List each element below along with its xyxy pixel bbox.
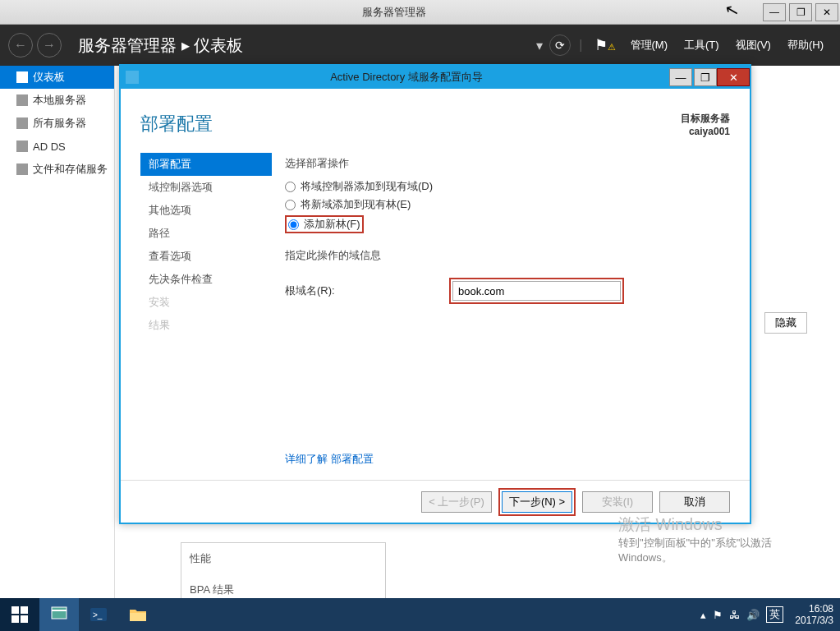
watermark-title: 激活 Windows	[618, 514, 815, 536]
wizard-maximize-button[interactable]: ❐	[694, 68, 717, 86]
prev-button: < 上一步(P)	[421, 491, 492, 513]
activation-watermark: 激活 Windows 转到"控制面板"中的"系统"以激活 Windows。	[618, 514, 815, 565]
svg-rect-1	[21, 606, 28, 614]
close-button[interactable]: ✕	[815, 3, 838, 21]
sidebar-item-label: 本地服务器	[33, 93, 86, 108]
menu-view[interactable]: 视图(V)	[736, 38, 771, 53]
radio-label: 添加新林(F)	[304, 217, 360, 232]
tray-up-icon[interactable]: ▴	[700, 609, 706, 621]
taskbar-server-manager[interactable]	[39, 598, 79, 631]
wizard-minimize-button[interactable]: —	[669, 68, 692, 86]
flag-icon[interactable]: ⚑⚠	[594, 36, 616, 54]
wizard-icon	[126, 71, 139, 84]
wizard-heading: 部署配置	[140, 112, 213, 136]
separator: |	[579, 38, 582, 53]
cancel-button[interactable]: 取消	[659, 491, 730, 513]
step-prereq[interactable]: 先决条件检查	[140, 268, 272, 291]
server-icon	[16, 94, 28, 106]
bg-line: 性能	[190, 551, 377, 566]
step-results: 结果	[140, 314, 272, 337]
svg-rect-3	[21, 615, 28, 623]
powershell-icon: >_	[89, 605, 108, 624]
breadcrumb-app: 服务器管理器	[78, 36, 177, 54]
taskbar-powershell[interactable]: >_	[79, 598, 118, 631]
tray-flag-icon[interactable]: ⚑	[713, 609, 723, 621]
window-titlebar: 服务器管理器 — ❐ ✕	[0, 0, 840, 25]
sidebar-item-all-servers[interactable]: 所有服务器	[0, 112, 114, 135]
hide-button[interactable]: 隐藏	[764, 312, 807, 334]
root-domain-input[interactable]	[452, 281, 621, 301]
breadcrumb: 服务器管理器 ▸ 仪表板	[78, 35, 243, 57]
menu-tools[interactable]: 工具(T)	[684, 38, 719, 53]
sidebar-item-label: 仪表板	[33, 70, 65, 85]
target-value: caiya001	[681, 126, 730, 137]
tray-network-icon[interactable]: 🖧	[729, 609, 740, 621]
step-other[interactable]: 其他选项	[140, 199, 272, 222]
highlight-new-forest: 添加新林(F)	[285, 215, 364, 233]
clock-date: 2017/3/3	[795, 615, 833, 626]
breadcrumb-sep: ▸	[181, 36, 190, 54]
servers-icon	[16, 117, 28, 129]
taskbar-clock[interactable]: 16:08 2017/3/3	[795, 603, 833, 627]
highlight-domain-input	[449, 278, 624, 304]
radio-input[interactable]	[285, 200, 296, 210]
taskbar-explorer[interactable]	[118, 598, 158, 631]
step-deploy-config[interactable]: 部署配置	[140, 153, 272, 176]
radio-input[interactable]	[288, 219, 299, 230]
wizard-content: 选择部署操作 将域控制器添加到现有域(D) 将新域添加到现有林(E) 添加新林(…	[285, 153, 730, 304]
svg-rect-4	[52, 607, 67, 619]
radio-label: 将新域添加到现有林(E)	[301, 197, 411, 212]
radio-label: 将域控制器添加到现有域(D)	[301, 179, 433, 194]
menu-help[interactable]: 帮助(H)	[787, 38, 824, 53]
radio-add-to-forest[interactable]: 将新域添加到现有林(E)	[285, 197, 730, 212]
svg-rect-8	[130, 613, 146, 621]
wizard-body: 部署配置 目标服务器 caiya001 部署配置 域控制器选项 其他选项 路径 …	[121, 89, 750, 523]
step-dc-options[interactable]: 域控制器选项	[140, 176, 272, 199]
root-domain-label: 根域名(R):	[285, 283, 449, 298]
tray-sound-icon[interactable]: 🔊	[746, 609, 760, 621]
wizard-window-buttons: — ❐ ✕	[669, 68, 750, 86]
radio-add-to-domain[interactable]: 将域控制器添加到现有域(D)	[285, 179, 730, 194]
wizard-target: 目标服务器 caiya001	[681, 112, 730, 137]
sidebar-item-label: 所有服务器	[33, 116, 86, 131]
section-domain-info: 指定此操作的域信息	[285, 248, 730, 263]
minimize-button[interactable]: —	[763, 3, 786, 21]
menu-manage[interactable]: 管理(M)	[631, 38, 668, 53]
highlight-next: 下一步(N) >	[498, 488, 576, 516]
wizard-steps: 部署配置 域控制器选项 其他选项 路径 查看选项 先决条件检查 安装 结果	[140, 153, 272, 337]
target-label: 目标服务器	[681, 112, 730, 126]
step-review[interactable]: 查看选项	[140, 245, 272, 268]
window-title: 服务器管理器	[26, 5, 761, 20]
windows-icon	[10, 605, 30, 624]
sidebar-item-storage[interactable]: 文件和存储服务	[0, 158, 114, 181]
maximize-button[interactable]: ❐	[789, 3, 812, 21]
radio-input[interactable]	[285, 182, 296, 192]
breadcrumb-page: 仪表板	[194, 36, 243, 54]
start-button[interactable]	[0, 598, 39, 631]
sidebar-item-adds[interactable]: AD DS	[0, 135, 114, 158]
sidebar-item-local-server[interactable]: 本地服务器	[0, 89, 114, 112]
svg-rect-0	[11, 606, 19, 614]
toolbar: ← → 服务器管理器 ▸ 仪表板 ▾ ⟳ | ⚑⚠ 管理(M) 工具(T) 视图…	[0, 25, 840, 66]
sidebar-item-dashboard[interactable]: 仪表板	[0, 66, 114, 89]
svg-rect-2	[11, 615, 19, 623]
taskbar: >_ ▴ ⚑ 🖧 🔊 英 16:08 2017/3/3	[0, 598, 840, 631]
forward-button[interactable]: →	[37, 33, 62, 58]
folder-icon	[128, 605, 148, 624]
next-button[interactable]: 下一步(N) >	[502, 491, 572, 513]
sidebar: 仪表板 本地服务器 所有服务器 AD DS 文件和存储服务	[0, 66, 115, 598]
dropdown-icon[interactable]: ▾	[536, 38, 543, 53]
back-button[interactable]: ←	[8, 33, 33, 58]
step-paths[interactable]: 路径	[140, 222, 272, 245]
sidebar-item-label: 文件和存储服务	[33, 162, 108, 177]
wizard-close-button[interactable]: ✕	[717, 68, 750, 86]
root-domain-row: 根域名(R):	[285, 278, 730, 304]
wizard-title: Active Directory 域服务配置向导	[144, 70, 669, 85]
refresh-icon[interactable]: ⟳	[549, 35, 571, 56]
storage-icon	[16, 164, 28, 175]
sidebar-item-label: AD DS	[33, 140, 66, 153]
radio-new-forest[interactable]: 添加新林(F)	[288, 217, 360, 232]
tray-ime[interactable]: 英	[766, 606, 783, 623]
learn-more-link[interactable]: 详细了解 部署配置	[285, 452, 374, 467]
app-icon	[5, 4, 21, 21]
